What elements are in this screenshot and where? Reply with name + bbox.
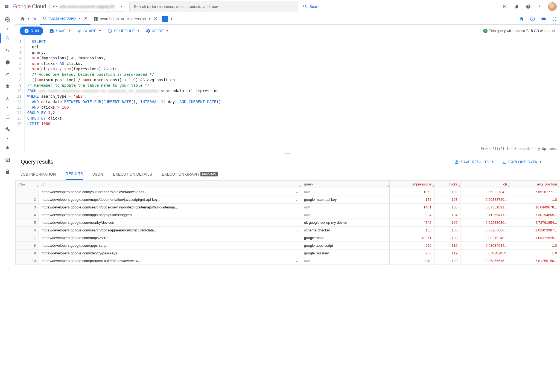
close-icon[interactable]: ✕ — [84, 15, 88, 21]
expand-chevron-icon[interactable]: ⌄ — [295, 259, 298, 263]
search-button[interactable]: Search — [298, 1, 326, 12]
share-icon — [77, 28, 82, 33]
col-clicks[interactable]: clicks◢ — [434, 181, 460, 188]
col-avg_position[interactable]: avg_position◢ — [510, 181, 560, 188]
project-selector[interactable]: who-scout-consumer-staging-00 ▼ — [49, 2, 126, 11]
table-row[interactable]: 10https://developers.google.com/protocol… — [16, 257, 560, 265]
expand-chevron-icon[interactable]: ⌄ — [295, 205, 298, 209]
tab-execution-details[interactable]: EXECUTION DETAILS — [113, 168, 152, 180]
table-body: 1https://developers.google.com/youtube/a… — [16, 188, 560, 265]
code-area[interactable]: SELECT url, query, sum(impressions) AS i… — [25, 37, 224, 152]
more-vert-icon[interactable] — [536, 3, 543, 10]
table-icon — [93, 16, 98, 21]
tab-json[interactable]: JSON — [93, 168, 103, 180]
expand-chevron-icon[interactable]: ⌄ — [295, 190, 298, 194]
query-icon — [42, 16, 47, 21]
capacity-icon[interactable] — [4, 114, 11, 120]
svg-rect-17 — [542, 18, 546, 20]
tab-results[interactable]: RESULTS — [66, 168, 83, 180]
expand-chevron-icon[interactable]: ⌄ — [295, 198, 298, 202]
col-impressions[interactable]: impressions◢ — [390, 181, 434, 188]
results-title: Query results — [21, 159, 53, 165]
explore-data-label: EXPLORE DATA — [508, 160, 537, 164]
table-row[interactable]: 4https://developers.google.com/apps-scri… — [16, 211, 560, 219]
schedule-button[interactable]: SCHEDULE▼ — [107, 28, 140, 33]
table-row[interactable]: 9https://developers.google.com/identity/… — [16, 249, 560, 257]
cloud-shell-icon[interactable] — [502, 3, 509, 10]
fullscreen-icon[interactable] — [551, 16, 558, 22]
results-table-wrap[interactable]: Row◢url◢query◢impressions◢clicks◢ctr◢avg… — [15, 180, 560, 392]
chevron-down-icon: ▼ — [120, 5, 123, 8]
svg-point-4 — [539, 5, 540, 5]
avatar[interactable] — [548, 2, 557, 11]
col-query[interactable]: query◢ — [301, 181, 390, 188]
add-tab-button[interactable]: + — [162, 16, 168, 22]
svg-point-9 — [6, 99, 7, 100]
chevron-down-icon[interactable]: ▼ — [170, 17, 173, 20]
tab-table[interactable]: searchdata_url_impression ▼ ✕ — [91, 13, 160, 25]
rail-separator — [7, 107, 8, 108]
close-icon[interactable]: ✕ — [153, 16, 158, 22]
svg-point-2 — [54, 7, 55, 8]
left-rail — [0, 13, 15, 392]
save-results-button[interactable]: SAVE RESULTS▼ — [454, 159, 494, 164]
explore-data-button[interactable]: EXPLORE DATA▼ — [502, 159, 542, 164]
partner-icon[interactable] — [4, 144, 11, 151]
tab-execution-graph[interactable]: EXECUTION GRAPH PREVIEW — [162, 168, 218, 180]
table-row[interactable]: 7https://developers.google.com/maps?hl=f… — [16, 234, 560, 242]
table-row[interactable]: 2https://developers.google.com/maps/docu… — [16, 196, 560, 204]
svg-point-8 — [7, 97, 8, 97]
table-row[interactable]: 3https://developers.google.com/search/do… — [16, 204, 560, 211]
close-icon[interactable]: ✕ — [33, 16, 37, 22]
lock-icon[interactable] — [4, 169, 11, 175]
table-row[interactable]: 6https://developers.google.com/search/do… — [16, 227, 560, 234]
table-row[interactable]: 5https://developers.google.com/nearby/de… — [16, 219, 560, 227]
expand-chevron-icon[interactable]: ⌄ — [295, 228, 298, 232]
sql-workspace-icon[interactable] — [4, 35, 11, 42]
chevron-down-icon: ▼ — [148, 17, 151, 20]
help-icon[interactable] — [525, 3, 532, 10]
preview-badge: PREVIEW — [200, 172, 218, 176]
expand-results-icon[interactable] — [550, 159, 555, 164]
bigquery-logo-icon[interactable] — [4, 16, 11, 23]
scheduled-queries-icon[interactable] — [4, 59, 11, 66]
keyboard-icon[interactable] — [540, 16, 547, 22]
analytics-hub-icon[interactable] — [4, 71, 11, 78]
run-label: RUN — [31, 29, 39, 33]
header-icons — [502, 2, 557, 11]
settings-wrench-icon[interactable] — [4, 126, 11, 132]
home-shortcut-icon[interactable] — [518, 16, 525, 22]
run-button[interactable]: RUN — [20, 27, 43, 35]
download-icon — [454, 159, 459, 164]
schedule-icon — [107, 28, 112, 33]
logo-cloud-text: Cloud — [32, 3, 46, 10]
svg-point-6 — [539, 7, 540, 8]
sql-editor[interactable]: 12345678910111213141516 SELECT url, quer… — [15, 37, 560, 152]
resources-icon[interactable] — [4, 156, 11, 163]
home-icon — [20, 16, 25, 21]
svg-point-3 — [56, 6, 57, 7]
notifications-icon[interactable] — [514, 3, 520, 10]
results-header: Query results SAVE RESULTS▼ EXPLORE DATA… — [15, 155, 560, 168]
col-ctr[interactable]: ctr◢ — [460, 181, 510, 188]
data-transfer-icon[interactable] — [4, 47, 11, 54]
logo[interactable]: GoogleCloud — [13, 3, 46, 10]
share-button[interactable]: SHARE▼ — [77, 28, 101, 33]
tab-unsaved-query[interactable]: *Unsaved query ▼ ✕ — [40, 13, 91, 25]
result-tabs: JOB INFORMATION RESULTS JSON EXECUTION D… — [15, 168, 560, 180]
search-input[interactable]: Search (/) for resources, docs, products… — [129, 1, 298, 12]
dataform-icon[interactable] — [4, 83, 11, 90]
menu-icon[interactable] — [3, 3, 10, 10]
table-row[interactable]: 1https://developers.google.com/youtube/a… — [16, 188, 560, 196]
col-url[interactable]: url◢ — [39, 181, 301, 188]
table-row[interactable]: 8https://developers.google.com/apps-scri… — [16, 242, 560, 249]
drag-handle[interactable] — [15, 152, 560, 155]
explorer-home-tab[interactable]: ▼ ✕ — [18, 13, 40, 25]
tabs-row: ▼ ✕ *Unsaved query ▼ ✕ searchdata_url_im… — [15, 13, 560, 25]
bi-engine-icon[interactable] — [4, 95, 11, 102]
more-button[interactable]: MORE▼ — [146, 28, 169, 33]
info-icon[interactable] — [529, 16, 536, 22]
save-button[interactable]: SAVE▼ — [49, 28, 71, 33]
tab-job-info[interactable]: JOB INFORMATION — [21, 168, 56, 180]
col-Row[interactable]: Row◢ — [16, 181, 39, 188]
